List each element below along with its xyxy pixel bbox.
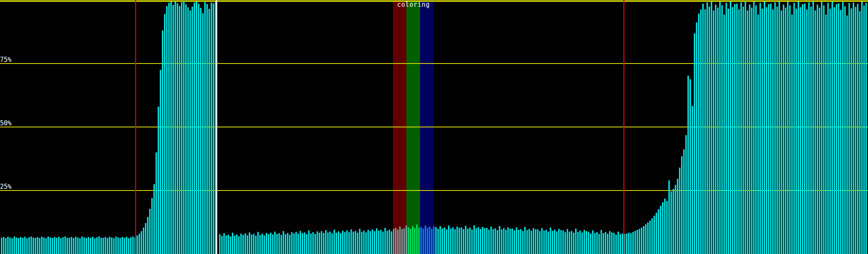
bar — [109, 237, 110, 254]
bar — [787, 2, 788, 254]
bar — [539, 231, 540, 254]
bar — [257, 232, 259, 254]
bar — [855, 7, 856, 254]
bar — [728, 8, 729, 254]
bar — [75, 237, 76, 254]
bar — [516, 227, 517, 254]
bar — [71, 237, 72, 254]
bar — [709, 7, 710, 254]
bar — [334, 229, 335, 254]
bar — [486, 228, 487, 254]
bar — [213, 3, 214, 254]
bar — [242, 235, 244, 254]
bar — [798, 2, 799, 254]
bar — [94, 238, 95, 254]
bar — [700, 9, 701, 254]
bar — [849, 3, 850, 254]
bar — [548, 232, 549, 254]
bar — [107, 238, 108, 254]
bar — [259, 235, 261, 254]
bar — [117, 237, 119, 254]
bar — [768, 4, 769, 254]
bar — [37, 237, 38, 254]
bar — [274, 232, 275, 254]
axis-label-50: 50% — [0, 119, 11, 127]
bar — [431, 229, 432, 254]
bar — [738, 9, 740, 254]
band-blue — [420, 2, 434, 254]
bar — [747, 11, 748, 254]
bar — [863, 6, 865, 254]
bar — [545, 230, 547, 254]
bar — [153, 184, 155, 254]
bar — [823, 6, 824, 254]
bar — [463, 229, 464, 254]
bar — [681, 156, 682, 254]
gridline-75 — [0, 63, 868, 64]
bar — [164, 14, 165, 254]
bar — [497, 230, 498, 254]
bar — [9, 237, 11, 254]
bar — [151, 198, 153, 254]
bar — [512, 229, 513, 254]
bar — [829, 8, 831, 254]
bar — [495, 228, 496, 254]
bar — [808, 2, 810, 254]
bar — [507, 227, 509, 254]
bar — [518, 230, 519, 254]
bar — [26, 238, 28, 254]
bar — [374, 231, 375, 254]
bar — [522, 231, 523, 254]
bar — [764, 2, 765, 254]
gridline-100 — [0, 0, 868, 2]
bar — [414, 228, 415, 254]
bar — [308, 230, 309, 254]
bar — [851, 8, 852, 254]
bar — [31, 237, 32, 254]
bar — [812, 1, 814, 254]
bar — [783, 5, 784, 254]
bar — [471, 229, 473, 254]
bar — [88, 237, 89, 254]
bar — [166, 6, 167, 254]
bar — [649, 221, 651, 254]
axis-label-75: 75% — [0, 56, 11, 64]
bar — [677, 179, 678, 254]
bar — [815, 11, 816, 254]
bar — [736, 3, 737, 254]
bar — [79, 238, 81, 254]
bar — [781, 11, 782, 254]
bar — [323, 233, 324, 254]
bar — [556, 232, 557, 254]
bar — [289, 235, 290, 254]
bar — [52, 238, 53, 254]
bar — [62, 237, 64, 254]
bar — [696, 22, 697, 254]
bar — [397, 229, 398, 254]
histogram-chart: 75%50%25% coloring — [0, 0, 868, 254]
bar — [86, 238, 87, 254]
bar — [319, 233, 320, 254]
bar — [177, 3, 178, 254]
bar — [730, 2, 731, 254]
bar — [304, 232, 305, 254]
bar — [204, 2, 206, 254]
bar — [141, 231, 142, 254]
bar — [719, 2, 721, 254]
bar — [626, 233, 627, 254]
bar — [526, 230, 528, 254]
bar — [380, 230, 381, 254]
bar — [122, 237, 123, 254]
bar — [598, 234, 600, 254]
bar — [836, 4, 837, 254]
bar — [399, 226, 401, 254]
bar — [732, 7, 733, 254]
bar — [378, 231, 379, 254]
bar — [840, 10, 841, 254]
bar — [853, 3, 854, 254]
bar — [541, 228, 542, 254]
bar — [596, 232, 598, 254]
bar — [620, 234, 621, 254]
bar — [283, 231, 284, 254]
bar — [529, 229, 530, 254]
